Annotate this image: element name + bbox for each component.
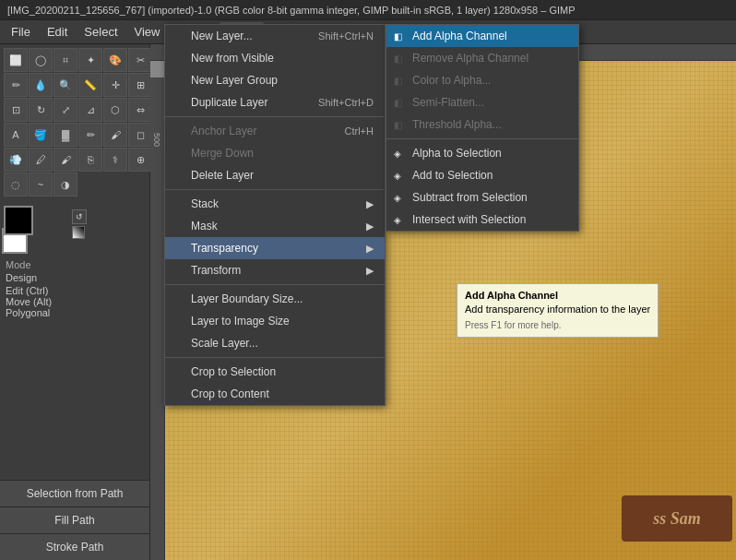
- tool-eraser[interactable]: ◻: [128, 123, 152, 147]
- mask-arrow: ▶: [366, 220, 374, 232]
- to-image-size-label: Layer to Image Size: [191, 315, 290, 328]
- layer-menu-sep4: [165, 357, 385, 358]
- trans-subtract-from-selection[interactable]: ◈ Subtract from Selection: [386, 186, 578, 209]
- new-group-label: New Layer Group: [191, 74, 278, 87]
- trans-semi-flatten[interactable]: ◧ Semi-Flatten...: [386, 91, 578, 113]
- layer-menu-mask[interactable]: Mask ▶: [165, 215, 385, 237]
- layer-menu-transparency[interactable]: Transparency ▶: [165, 237, 385, 259]
- duplicate-label: Duplicate Layer: [191, 96, 267, 109]
- trans-add-to-selection[interactable]: ◈ Add to Selection: [386, 164, 578, 186]
- anchor-shortcut: Ctrl+H: [345, 125, 374, 137]
- delete-layer-label: Delete Layer: [191, 169, 254, 182]
- layer-menu-scale-layer[interactable]: Scale Layer...: [165, 332, 385, 354]
- tool-lasso[interactable]: ⌗: [53, 48, 77, 72]
- tool-scale[interactable]: ⤢: [53, 98, 77, 122]
- trans-sep: [386, 138, 578, 139]
- mask-label: Mask: [191, 220, 218, 232]
- tool-flip[interactable]: ⇔: [128, 98, 152, 122]
- menu-file[interactable]: File: [4, 22, 38, 42]
- trans-add-alpha[interactable]: ◧ Add Alpha Channel: [386, 25, 578, 47]
- tool-selection-rect[interactable]: ⬜: [4, 48, 28, 72]
- mode-label: Mode: [6, 259, 144, 270]
- tool-perspective[interactable]: ⬡: [103, 98, 127, 122]
- tool-pencil[interactable]: ✏: [78, 123, 102, 147]
- add-alpha-label: Add Alpha Channel: [412, 30, 507, 42]
- menu-view[interactable]: View: [127, 22, 168, 42]
- tool-options: Mode Design Edit (Ctrl) Move (Alt) Polyg…: [0, 256, 149, 322]
- tool-bucket-fill[interactable]: 🪣: [29, 123, 53, 147]
- ruler-v-mark: 500: [152, 133, 161, 147]
- tool-move[interactable]: ✛: [103, 73, 127, 97]
- trans-color-to-alpha[interactable]: ◧ Color to Alpha...: [386, 69, 578, 91]
- layer-menu-transform[interactable]: Transform ▶: [165, 259, 385, 281]
- layer-menu-delete[interactable]: Delete Layer: [165, 164, 385, 186]
- selection-from-path-button[interactable]: Selection from Path: [0, 480, 149, 506]
- layer-menu-anchor[interactable]: Anchor Layer Ctrl+H: [165, 120, 385, 142]
- tool-paintbrush[interactable]: 🖌: [103, 123, 127, 147]
- fill-path-button[interactable]: Fill Path: [0, 506, 149, 533]
- tool-scissors[interactable]: ✂: [128, 48, 152, 72]
- trans-intersect-with-selection[interactable]: ◈ Intersect with Selection: [386, 209, 578, 231]
- tool-mypaint[interactable]: 🖌: [53, 148, 77, 172]
- tooltip-title: Add Alpha Channel: [465, 290, 558, 301]
- tool-color-picker[interactable]: 💧: [29, 73, 53, 97]
- menu-edit[interactable]: Edit: [40, 22, 75, 42]
- layer-menu-stack[interactable]: Stack ▶: [165, 193, 385, 215]
- menu-select[interactable]: Select: [77, 22, 125, 42]
- layer-menu-new-from-visible[interactable]: New from Visible: [165, 47, 385, 69]
- stack-arrow: ▶: [366, 198, 374, 210]
- tool-zoom[interactable]: 🔍: [53, 73, 77, 97]
- add-to-selection-label: Add to Selection: [412, 169, 493, 182]
- trans-threshold-alpha[interactable]: ◧ Threshold Alpha...: [386, 113, 578, 136]
- trans-alpha-to-selection[interactable]: ◈ Alpha to Selection: [386, 142, 578, 164]
- layer-menu-new-group[interactable]: New Layer Group: [165, 69, 385, 91]
- ruler-vertical: 500: [150, 77, 165, 560]
- tool-measure[interactable]: 📏: [78, 73, 102, 97]
- tool-select-color[interactable]: 🎨: [103, 48, 127, 72]
- layer-menu-to-image-size[interactable]: Layer to Image Size: [165, 310, 385, 332]
- threshold-alpha-label: Threshold Alpha...: [412, 118, 502, 131]
- fg-color-swatch[interactable]: [4, 206, 33, 235]
- tool-airbrush[interactable]: 💨: [4, 148, 28, 172]
- intersect-with-sel-icon: ◈: [394, 215, 401, 225]
- trans-remove-alpha[interactable]: ◧ Remove Alpha Channel: [386, 47, 578, 69]
- title-text: [IMG_20200211_125656_767] (imported)-1.0…: [7, 5, 576, 16]
- tool-selection-ellipse[interactable]: ◯: [29, 48, 53, 72]
- title-bar: [IMG_20200211_125656_767] (imported)-1.0…: [0, 0, 736, 20]
- crop-content-label: Crop to Content: [191, 387, 269, 400]
- layer-menu-new-layer[interactable]: New Layer... Shift+Ctrl+N: [165, 25, 385, 47]
- tool-shear[interactable]: ⊿: [78, 98, 102, 122]
- stroke-path-button[interactable]: Stroke Path: [0, 533, 149, 560]
- tool-text[interactable]: A: [4, 123, 28, 147]
- alpha-to-selection-label: Alpha to Selection: [412, 147, 502, 160]
- tool-smudge[interactable]: ~: [29, 173, 53, 197]
- tool-heal[interactable]: ⚕: [103, 148, 127, 172]
- tool-icons: ⬜ ◯ ⌗ ✦ 🎨 ✂ ✏ 💧 🔍 📏 ✛ ⊞ ⊡ ↻ ⤢ ⊿ ⬡ ⇔ A 🪣 …: [0, 44, 149, 200]
- toolbox: ⬜ ◯ ⌗ ✦ 🎨 ✂ ✏ 💧 🔍 📏 ✛ ⊞ ⊡ ↻ ⤢ ⊿ ⬡ ⇔ A 🪣 …: [0, 44, 150, 560]
- layer-menu-crop-content[interactable]: Crop to Content: [165, 383, 385, 405]
- swap-colors-icon[interactable]: [72, 226, 85, 239]
- tool-align[interactable]: ⊞: [128, 73, 152, 97]
- new-from-visible-label: New from Visible: [191, 52, 274, 65]
- layer-menu-boundary-size[interactable]: Layer Boundary Size...: [165, 288, 385, 310]
- tool-crop[interactable]: ⊡: [4, 98, 28, 122]
- color-area: ↺: [0, 202, 149, 256]
- intersect-with-selection-label: Intersect with Selection: [412, 213, 526, 226]
- tool-gradient[interactable]: ▓: [53, 123, 77, 147]
- layer-menu-duplicate[interactable]: Duplicate Layer Shift+Ctrl+D: [165, 91, 385, 113]
- layer-menu-merge-down[interactable]: Merge Down: [165, 142, 385, 164]
- reset-colors-icon[interactable]: ↺: [72, 209, 87, 224]
- tooltip-hint: Press F1 for more help.: [465, 319, 650, 332]
- tool-perspective-clone[interactable]: ⊕: [128, 148, 152, 172]
- tool-paths[interactable]: ✏: [4, 73, 28, 97]
- tool-fuzzy-select[interactable]: ✦: [78, 48, 102, 72]
- tool-blur[interactable]: ◌: [4, 173, 28, 197]
- tool-rotate[interactable]: ↻: [29, 98, 53, 122]
- threshold-alpha-icon: ◧: [394, 120, 402, 130]
- tool-ink[interactable]: 🖊: [29, 148, 53, 172]
- layer-menu-crop-selection[interactable]: Crop to Selection: [165, 361, 385, 383]
- tool-dodge-burn[interactable]: ◑: [53, 173, 77, 197]
- merge-down-label: Merge Down: [191, 147, 254, 160]
- tool-clone[interactable]: ⎘: [78, 148, 102, 172]
- color-to-alpha-icon: ◧: [394, 76, 402, 86]
